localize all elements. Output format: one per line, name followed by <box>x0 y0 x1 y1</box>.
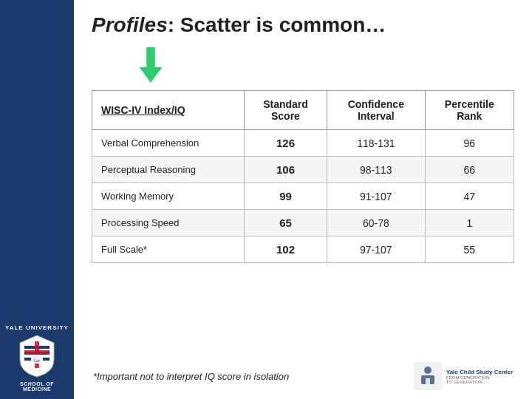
yale-shield-icon: Lux <box>18 334 55 378</box>
cell-score: 65 <box>244 210 327 236</box>
table-row: Full Scale*10297-10755 <box>92 236 514 263</box>
cell-pct: 66 <box>425 157 514 183</box>
svg-rect-11 <box>426 378 430 384</box>
cell-pct: 96 <box>425 130 514 157</box>
yale-child-study-icon <box>414 362 442 390</box>
cell-pct: 1 <box>425 210 514 236</box>
cell-ci: 91-107 <box>327 183 426 210</box>
cell-ci: 98-113 <box>327 157 426 183</box>
sidebar-logo-area: YALE UNIVERSITY Lux SCHOOL OFMEDICINE <box>5 324 69 392</box>
footnote-text: *Important not to interpret IQ score in … <box>93 371 289 382</box>
yale-child-label: Yale Child Study Center <box>446 369 513 375</box>
cell-pct: 55 <box>425 236 514 263</box>
cell-score: 106 <box>244 157 327 183</box>
title-rest: : Scatter is common… <box>168 13 386 36</box>
svg-marker-7 <box>140 47 163 83</box>
data-table-wrapper: WISC-IV Index/IQ StandardScore Confidenc… <box>92 90 514 356</box>
cell-index: Perceptual Reasoning <box>92 157 245 183</box>
yale-child-logo: Yale Child Study Center FROM GENERATIONT… <box>414 362 513 390</box>
col-header-index: WISC-IV Index/IQ <box>92 91 245 130</box>
cell-index: Verbal Comprehension <box>92 130 245 157</box>
table-header-row: WISC-IV Index/IQ StandardScore Confidenc… <box>92 91 514 130</box>
wisc-table: WISC-IV Index/IQ StandardScore Confidenc… <box>92 90 514 263</box>
cell-index: Processing Speed <box>92 210 245 236</box>
school-label: SCHOOL OFMEDICINE <box>20 381 54 392</box>
table-row: Working Memory9991-10747 <box>92 183 514 210</box>
yale-child-text-block: Yale Child Study Center FROM GENERATIONT… <box>446 369 513 384</box>
table-row: Perceptual Reasoning10698-11366 <box>92 157 514 183</box>
main-content: Profiles: Scatter is common… WISC-IV Ind… <box>74 0 532 399</box>
down-arrow-container <box>92 47 514 83</box>
title-italic-part: Profiles <box>92 13 168 36</box>
svg-rect-4 <box>24 350 50 355</box>
cell-score: 102 <box>244 236 327 263</box>
col-header-ci: ConfidenceInterval <box>327 91 426 130</box>
cell-ci: 97-107 <box>327 236 426 263</box>
cell-score: 99 <box>244 183 327 210</box>
cell-index: Full Scale* <box>92 236 245 263</box>
cell-pct: 47 <box>425 183 514 210</box>
svg-point-9 <box>424 366 432 374</box>
cell-score: 126 <box>244 130 327 157</box>
col-header-score: StandardScore <box>244 91 327 130</box>
sidebar: YALE UNIVERSITY Lux SCHOOL OFMEDICINE <box>0 0 74 399</box>
page-title: Profiles: Scatter is common… <box>92 13 514 37</box>
university-label: YALE UNIVERSITY <box>5 324 69 331</box>
col-header-pct: PercentileRank <box>425 91 514 130</box>
table-row: Verbal Comprehension126118-13196 <box>92 130 514 157</box>
cell-index: Working Memory <box>92 183 245 210</box>
down-arrow-icon <box>136 47 166 83</box>
cell-ci: 60-78 <box>327 210 426 236</box>
cell-ci: 118-131 <box>327 130 426 157</box>
table-row: Processing Speed6560-781 <box>92 210 514 236</box>
yale-child-logo-inner: Yale Child Study Center FROM GENERATIONT… <box>414 362 513 390</box>
yale-child-sub: FROM GENERATIONTO GENERATION <box>446 375 513 384</box>
svg-text:Lux: Lux <box>34 358 41 363</box>
footnote-row: *Important not to interpret IQ score in … <box>92 362 514 390</box>
